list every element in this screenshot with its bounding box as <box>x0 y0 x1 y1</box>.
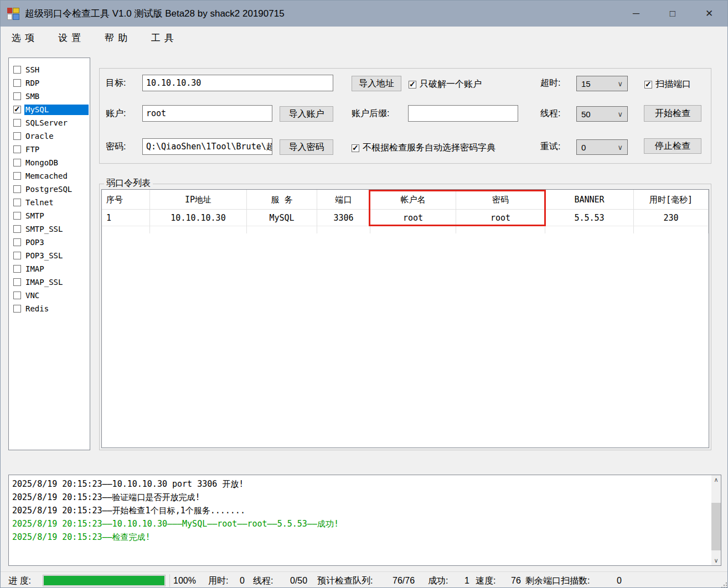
service-checkbox[interactable] <box>13 145 21 153</box>
scan-port-checkbox[interactable]: 扫描端口 <box>644 79 691 90</box>
service-item[interactable]: PostgreSQL <box>9 183 90 196</box>
column-header[interactable]: 密码 <box>456 190 545 210</box>
menu-tools[interactable]: 工具 <box>143 28 185 48</box>
service-checkbox[interactable] <box>13 278 21 286</box>
scroll-down-icon[interactable]: ∨ <box>711 556 721 565</box>
target-input[interactable]: 10.10.10.30 <box>142 75 333 91</box>
no-auto-dict-checkbox-box[interactable] <box>352 144 359 152</box>
password-input[interactable]: Q:\QiaoShen\1Tool\Brute\超 <box>142 138 272 155</box>
table-cell: 230 <box>634 210 709 226</box>
table-body: 110.10.10.30MySQL3306rootroot5.5.53230 <box>102 210 709 226</box>
import-account-button[interactable]: 导入账户 <box>280 106 333 122</box>
crack-one-checkbox[interactable]: 只破解一个账户 <box>409 79 482 90</box>
account-suffix-label: 账户后缀: <box>352 105 389 122</box>
scroll-up-icon[interactable]: ∧ <box>711 475 721 485</box>
service-item[interactable]: RDP <box>9 76 90 90</box>
stop-check-button[interactable]: 停止检查 <box>644 138 701 154</box>
service-item[interactable]: SMTP <box>9 209 90 222</box>
progress-label: 进 度: <box>8 572 31 588</box>
service-item[interactable]: SQLServer <box>9 116 90 129</box>
service-checkbox[interactable] <box>13 212 21 220</box>
service-item[interactable]: Telnet <box>9 196 90 209</box>
weak-list-title: 弱口令列表 <box>104 178 153 189</box>
table-row[interactable]: 110.10.10.30MySQL3306rootroot5.5.53230 <box>102 210 709 226</box>
service-checkbox[interactable] <box>13 159 21 166</box>
service-checkbox[interactable] <box>13 79 21 87</box>
log-scrollbar[interactable]: ∧ ∨ <box>711 475 721 565</box>
log-line: 2025/8/19 20:15:23——验证端口是否开放完成! <box>12 491 710 504</box>
service-item[interactable]: IMAP_SSL <box>9 275 90 289</box>
column-header[interactable]: 服 务 <box>247 190 317 210</box>
column-header[interactable]: 用时[毫秒] <box>634 190 709 210</box>
no-auto-dict-label: 不根据检查服务自动选择密码字典 <box>363 142 495 154</box>
service-checkbox[interactable] <box>13 238 21 246</box>
service-item[interactable]: Oracle <box>9 129 90 143</box>
service-item[interactable]: POP3 <box>9 236 90 249</box>
no-auto-dict-checkbox[interactable]: 不根据检查服务自动选择密码字典 <box>352 142 495 154</box>
start-check-button[interactable]: 开始检查 <box>644 105 701 122</box>
retry-dropdown[interactable]: 0 ∨ <box>576 139 628 155</box>
scrollbar-thumb[interactable] <box>711 503 721 550</box>
service-item[interactable]: SSH <box>9 63 90 76</box>
menu-help[interactable]: 帮助 <box>97 28 139 48</box>
window-title: 超级弱口令检查工具 V1.0 测试版 Beta28 by shack2 2019… <box>25 7 285 20</box>
service-checkbox[interactable] <box>13 292 21 299</box>
crack-one-checkbox-box[interactable] <box>409 81 416 89</box>
service-item[interactable]: MySQL <box>9 103 90 116</box>
import-address-button[interactable]: 导入地址 <box>352 76 401 91</box>
minimize-button[interactable]: ─ <box>618 1 654 27</box>
column-header[interactable]: 帐户名 <box>370 190 456 210</box>
service-checkbox[interactable] <box>13 106 21 113</box>
close-button[interactable]: ✕ <box>691 1 727 27</box>
service-item[interactable]: IMAP <box>9 262 90 275</box>
service-checkbox[interactable] <box>13 119 21 127</box>
service-item[interactable]: SMB <box>9 90 90 103</box>
service-label: MySQL <box>24 105 89 115</box>
column-header[interactable]: IP地址 <box>150 190 247 210</box>
service-checkbox[interactable] <box>13 185 21 193</box>
service-checkbox[interactable] <box>13 199 21 206</box>
retry-value: 0 <box>581 143 586 152</box>
menu-options[interactable]: 选项 <box>4 28 46 48</box>
account-suffix-input[interactable] <box>408 105 518 122</box>
log-line: 2025/8/19 20:15:23——开始检查1个目标,1个服务....... <box>12 504 710 517</box>
log-line: 2025/8/19 20:15:23——检查完成! <box>12 530 710 544</box>
threads-dropdown[interactable]: 50 ∨ <box>576 106 628 122</box>
log-area[interactable]: 2025/8/19 20:15:23——10.10.10.30 port 330… <box>8 475 721 566</box>
service-item[interactable]: FTP <box>9 143 90 156</box>
menu-bar: 选项 设置 帮助 工具 <box>1 27 727 49</box>
service-checkbox[interactable] <box>13 252 21 259</box>
service-item[interactable]: SMTP_SSL <box>9 222 90 236</box>
scan-port-checkbox-box[interactable] <box>644 81 652 89</box>
resize-grip[interactable] <box>724 585 725 586</box>
import-password-button[interactable]: 导入密码 <box>280 139 333 155</box>
speed-label: 速度: <box>476 572 495 588</box>
table-header-row: 序号IP地址服 务端口帐户名密码BANNER用时[毫秒] <box>102 190 709 210</box>
progress-bar <box>43 575 166 586</box>
timeout-dropdown[interactable]: 15 ∨ <box>576 76 628 91</box>
service-item[interactable]: VNC <box>9 289 90 302</box>
service-checkbox[interactable] <box>13 225 21 233</box>
service-item[interactable]: Memcached <box>9 169 90 183</box>
account-input[interactable]: root <box>142 105 272 122</box>
menu-settings[interactable]: 设置 <box>50 28 92 48</box>
service-label: Telnet <box>24 197 55 208</box>
column-header[interactable]: 序号 <box>102 190 150 210</box>
service-checkbox[interactable] <box>13 172 21 180</box>
maximize-button[interactable]: □ <box>654 1 691 27</box>
service-checkbox[interactable] <box>13 66 21 74</box>
service-checkbox[interactable] <box>13 265 21 273</box>
password-label: 密码: <box>106 138 126 155</box>
service-label: RDP <box>24 78 41 89</box>
service-checkbox[interactable] <box>13 305 21 313</box>
service-checkbox[interactable] <box>13 92 21 100</box>
service-checkbox[interactable] <box>13 132 21 140</box>
column-header[interactable]: 端口 <box>317 190 370 210</box>
service-item[interactable]: MongoDB <box>9 156 90 169</box>
weak-list-table: 序号IP地址服 务端口帐户名密码BANNER用时[毫秒] 110.10.10.3… <box>101 189 709 448</box>
service-item[interactable]: Redis <box>9 302 90 315</box>
table-cell: 10.10.10.30 <box>150 210 247 226</box>
column-header[interactable]: BANNER <box>545 190 634 210</box>
service-item[interactable]: POP3_SSL <box>9 249 90 262</box>
app-window: 超级弱口令检查工具 V1.0 测试版 Beta28 by shack2 2019… <box>0 0 728 588</box>
